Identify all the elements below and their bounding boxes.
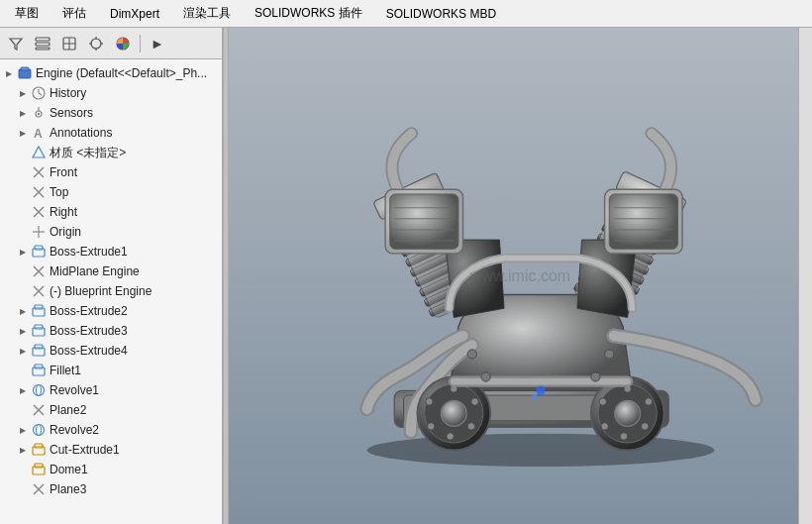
icon-toolbar: ► [0,28,222,59]
svg-point-104 [614,400,640,426]
tree-item-plane3[interactable]: Plane3 [0,479,222,499]
svg-point-116 [531,394,537,400]
blueprint-icon [30,283,48,299]
more-icon[interactable]: ► [146,33,169,54]
plane2-label: Plane2 [50,403,86,417]
revolve1-expand[interactable] [16,383,30,397]
blueprint-label: (-) Blueprint Engine [50,284,152,298]
main-area: ► Engine (Default<<Default>_Ph... Histor… [0,28,812,524]
box-icon[interactable] [57,33,81,54]
tree-item-boss-extrude4[interactable]: Boss-Extrude4 [0,341,222,361]
plane3-label: Plane3 [50,482,86,496]
tree-item-boss-extrude3[interactable]: Boss-Extrude3 [0,321,222,341]
sensors-expand[interactable] [16,106,30,120]
top-expand [16,185,30,199]
tree-item-right[interactable]: Right [0,202,222,222]
tree-item-midplane[interactable]: MidPlane Engine [0,262,222,281]
fillet1-icon [30,363,48,378]
material-label: 材质 <未指定> [50,145,126,161]
right-expand [16,205,30,219]
boss-extrude3-expand[interactable] [16,324,30,338]
svg-point-113 [481,371,490,380]
svg-point-106 [645,397,652,404]
boss-extrude2-label: Boss-Extrude2 [50,304,128,318]
svg-point-114 [590,371,599,380]
toolbar-separator-1 [140,35,141,52]
annotations-label: Annotations [50,126,112,140]
tree-item-boss-extrude2[interactable]: Boss-Extrude2 [0,301,222,321]
svg-rect-0 [36,38,50,41]
crosshair-icon[interactable] [84,33,108,54]
tab-mbd[interactable]: SOLIDWORKS MBD [375,2,507,26]
revolve2-expand[interactable] [16,423,30,437]
tree-item-blueprint[interactable]: (-) Blueprint Engine [0,281,222,301]
tree-item-cut-extrude1[interactable]: Cut-Extrude1 [0,440,222,460]
viewport-scrollbar[interactable] [798,28,812,524]
right-label: Right [50,205,77,219]
filter-icon[interactable] [4,33,28,54]
tab-render[interactable]: 渲染工具 [172,0,242,27]
svg-point-101 [425,397,432,404]
revolve1-label: Revolve1 [50,383,99,397]
svg-rect-13 [21,67,29,70]
history-expand[interactable] [16,86,30,100]
tree-item-plane2[interactable]: Plane2 [0,400,222,420]
revolve2-label: Revolve2 [50,423,99,437]
boss-extrude3-icon [30,323,48,339]
boss-extrude4-icon [30,343,48,359]
top-label: Top [50,185,68,199]
tree-item-top[interactable]: Top [0,182,222,202]
boss-extrude1-expand[interactable] [16,245,30,259]
annotations-icon: A [30,125,48,141]
tab-dimxpert[interactable]: DimXpert [99,2,170,26]
tree-item-revolve1[interactable]: Revolve1 [0,380,222,400]
tree-item-boss-extrude1[interactable]: Boss-Extrude1 [0,242,222,262]
svg-point-98 [467,422,474,429]
dome1-label: Dome1 [50,463,88,476]
svg-point-54 [366,433,714,466]
tree-item-fillet1[interactable]: Fillet1 [0,361,222,380]
right-icon [30,204,48,220]
list-icon[interactable] [31,33,54,54]
chart-icon[interactable] [111,33,135,54]
blueprint-expand [16,284,30,298]
root-expand[interactable] [2,66,16,80]
sensors-label: Sensors [50,106,93,120]
tree-item-front[interactable]: Front [0,162,222,182]
tab-plugins[interactable]: SOLIDWORKS 插件 [244,0,373,27]
boss-extrude4-expand[interactable] [16,344,30,358]
boss-extrude2-expand[interactable] [16,304,30,318]
tree-root[interactable]: Engine (Default<<Default>_Ph... [0,63,222,83]
origin-icon [30,224,48,240]
dome1-expand [16,463,30,476]
svg-rect-2 [36,48,50,50]
tree-item-history[interactable]: History [0,83,222,103]
tree-item-revolve2[interactable]: Revolve2 [0,420,222,440]
svg-point-42 [34,385,45,396]
tree-item-origin[interactable]: Origin [0,222,222,242]
midplane-expand [16,264,30,278]
svg-point-111 [467,349,476,358]
root-label: Engine (Default<<Default>_Ph... [36,66,207,80]
boss-extrude3-label: Boss-Extrude3 [50,324,128,338]
svg-point-109 [600,422,607,429]
tree-item-dome1[interactable]: Dome1 [0,460,222,479]
tree-item-material[interactable]: 材质 <未指定> [0,143,222,162]
plane3-icon [30,481,48,497]
tab-pingu[interactable]: 评估 [51,0,97,27]
dome1-icon [30,462,48,477]
origin-label: Origin [50,225,81,239]
cut-extrude1-expand[interactable] [16,443,30,457]
front-icon [30,164,48,180]
tab-caotu[interactable]: 草图 [4,0,50,27]
tree-item-sensors[interactable]: Sensors [0,103,222,123]
tree-item-annotations[interactable]: A Annotations [0,123,222,143]
boss-extrude2-icon [30,303,48,319]
annotations-expand[interactable] [16,126,30,140]
toolbar-tabs: 草图 评估 DimXpert 渲染工具 SOLIDWORKS 插件 SOLIDW… [0,0,812,28]
3d-viewport[interactable]: www.imic.com [229,28,812,524]
svg-point-6 [91,39,101,49]
svg-point-97 [470,397,477,404]
svg-rect-1 [36,43,50,46]
plane2-icon [30,402,48,418]
